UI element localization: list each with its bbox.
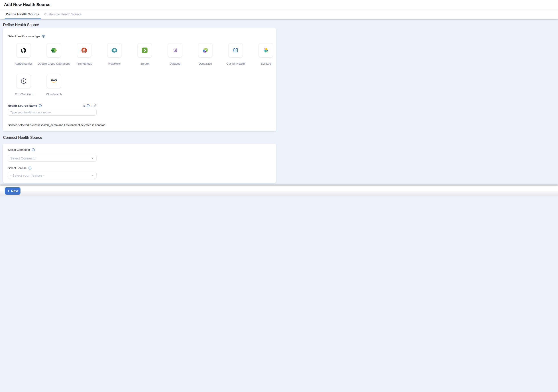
- tile-dynatrace[interactable]: Dynatrace: [190, 43, 220, 65]
- tab-bar: Define Health Source Customize Health So…: [0, 10, 279, 19]
- newrelic-logo-icon: [111, 47, 118, 53]
- datadog-logo-icon: [172, 47, 178, 53]
- name-row: Health Source Name Id :: [8, 104, 97, 107]
- tile-cloudwatch[interactable]: awsCloudWatch: [39, 74, 69, 96]
- tile-card-errortracking[interactable]: [17, 74, 31, 88]
- feature-select[interactable]: - Select your feature -: [8, 172, 97, 179]
- dialog-header: Add New Health Source: [0, 0, 279, 10]
- connect-section-heading: Connect Health Source: [3, 135, 42, 140]
- tab-customize-health-source[interactable]: Customize Health Source: [43, 10, 83, 19]
- select-connector-label: Select Connector: [8, 148, 35, 151]
- customhealth-logo-icon: [233, 47, 238, 53]
- tile-label: Splunk: [140, 62, 149, 65]
- tile-newrelic[interactable]: NewRelic: [99, 43, 130, 65]
- tile-label: ELKLog: [261, 62, 271, 65]
- tile-label: CloudWatch: [46, 92, 62, 96]
- info-icon[interactable]: [39, 104, 42, 107]
- cloudwatch-logo-icon: aws: [51, 78, 57, 84]
- tile-label: CustomHealth: [227, 62, 245, 65]
- health-source-name-input[interactable]: [8, 109, 97, 116]
- appdynamics-logo-icon: [21, 47, 26, 53]
- next-button[interactable]: Next: [5, 187, 20, 195]
- id-label: Id: [83, 104, 86, 107]
- tile-label: NewRelic: [108, 62, 121, 65]
- tile-card-prometheus[interactable]: [77, 43, 91, 57]
- tile-elklog[interactable]: ELKLog: [251, 43, 279, 65]
- info-icon[interactable]: [42, 35, 45, 38]
- tile-card-google-cloud-operations[interactable]: [47, 43, 61, 57]
- select-type-label: Select health source type: [8, 35, 45, 38]
- tile-splunk[interactable]: Splunk: [130, 43, 160, 65]
- tile-datadog[interactable]: Datadog: [160, 43, 190, 65]
- tile-label: AppDynamics: [15, 62, 33, 65]
- google-cloud-operations-logo-icon: [51, 47, 57, 53]
- tile-google-cloud-operations[interactable]: Google Cloud Operations: [39, 43, 69, 65]
- tile-card-dynatrace[interactable]: [198, 43, 212, 57]
- page-title: Add New Health Source: [0, 0, 279, 7]
- tile-customhealth[interactable]: CustomHealth: [220, 43, 251, 65]
- tile-card-newrelic[interactable]: [107, 43, 122, 57]
- id-separator: :: [91, 104, 92, 107]
- tile-appdynamics[interactable]: AppDynamics: [9, 43, 39, 65]
- tab-define-health-source[interactable]: Define Health Source: [5, 10, 41, 19]
- info-icon[interactable]: [32, 148, 35, 151]
- prometheus-logo-icon: [81, 47, 87, 53]
- errortracking-logo-icon: [20, 78, 27, 84]
- tile-label: Google Cloud Operations: [38, 62, 70, 65]
- tile-card-appdynamics[interactable]: [17, 43, 31, 57]
- health-source-name-label: Health Source Name: [8, 104, 42, 107]
- tile-card-datadog[interactable]: [168, 43, 182, 57]
- tile-label: ErrorTracking: [15, 92, 32, 96]
- chevron-right-icon: [7, 190, 10, 192]
- connect-card: Select Connector Select Connector Select…: [3, 144, 276, 183]
- tile-card-customhealth[interactable]: [228, 43, 243, 57]
- tile-card-elklog[interactable]: [259, 43, 273, 57]
- tile-label: Dynatrace: [199, 62, 212, 65]
- select-feature-label: Select Feature: [8, 166, 32, 170]
- dialog-footer: Next: [0, 185, 279, 196]
- chevron-down-icon: [91, 174, 94, 177]
- svg-text:aws: aws: [51, 78, 57, 82]
- tile-card-splunk[interactable]: [138, 43, 152, 57]
- edit-pencil-icon[interactable]: [93, 104, 97, 107]
- connector-select[interactable]: Select Connector: [8, 155, 97, 162]
- define-card: Select health source type AppDynamicsGoo…: [3, 28, 276, 131]
- tile-label: Datadog: [169, 62, 180, 65]
- tile-label: Prometheus: [76, 62, 92, 65]
- chevron-down-icon: [91, 157, 94, 160]
- splunk-logo-icon: [142, 47, 148, 53]
- tile-card-cloudwatch[interactable]: aws: [47, 74, 61, 88]
- dynatrace-logo-icon: [202, 47, 209, 54]
- info-icon[interactable]: [28, 166, 32, 170]
- health-source-tiles: AppDynamicsGoogle Cloud OperationsPromet…: [9, 43, 279, 96]
- info-icon[interactable]: [86, 104, 90, 107]
- elklog-logo-icon: [263, 47, 269, 53]
- tile-errortracking[interactable]: ErrorTracking: [9, 74, 39, 96]
- id-cluster: Id :: [83, 104, 97, 107]
- define-section-heading: Define Health Source: [3, 23, 39, 27]
- service-environment-note: Service selected is elasticsearch_demo a…: [8, 123, 105, 127]
- tile-prometheus[interactable]: Prometheus: [69, 43, 99, 65]
- dialog-body: Define Health Source Select health sourc…: [0, 19, 279, 196]
